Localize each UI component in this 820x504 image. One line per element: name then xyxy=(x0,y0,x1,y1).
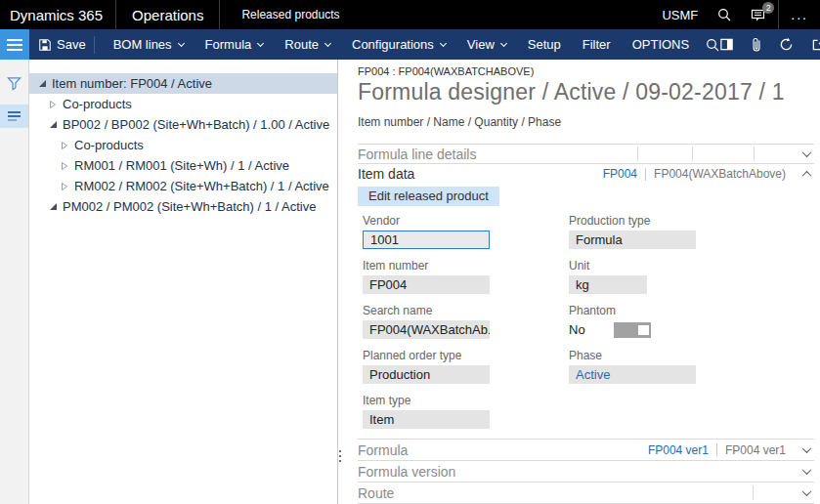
section-formula[interactable]: Formula FP004 ver1 FP004 ver1 xyxy=(358,439,814,460)
funnel-icon xyxy=(7,76,22,91)
collapsed-triangle-icon[interactable] xyxy=(58,141,71,150)
open-in-new-window-icon[interactable] xyxy=(811,37,820,52)
planned-order-type-input[interactable]: Production xyxy=(363,365,490,384)
summary-cell xyxy=(637,147,692,161)
item-data-form: Vendor 1001 Item number FP004 Search nam… xyxy=(358,214,814,439)
main-panel: FP004 : FP004(WAXBATCHABOVE) Formula des… xyxy=(338,60,820,504)
chevron-down-icon[interactable] xyxy=(798,485,814,501)
menu-view[interactable]: View xyxy=(456,29,517,60)
tree-item-label: BP002 / BP002 (Site+Wh+Batch) / 1.00 / A… xyxy=(63,117,329,132)
chevron-down-icon xyxy=(257,39,264,46)
expanded-triangle-icon[interactable] xyxy=(46,121,60,128)
tree-list-pane-button[interactable] xyxy=(0,105,28,128)
section-summary: FP004 FP004(WAXBatchAbove) xyxy=(603,167,786,181)
menu-setup[interactable]: Setup xyxy=(517,29,572,60)
section-title: Formula version xyxy=(358,464,786,480)
section-formula-line-details[interactable]: Formula line details xyxy=(358,144,814,163)
action-pane: Save BOM lines Formula Route Configurati… xyxy=(0,29,820,60)
section-summary: FP004 ver1 FP004 ver1 xyxy=(648,443,786,457)
panel-splitter-handle[interactable] xyxy=(339,450,341,462)
planned-order-type-field-group: Planned order type Production xyxy=(363,349,569,384)
action-search-icon[interactable] xyxy=(706,38,719,52)
chevron-down-icon xyxy=(324,39,331,46)
item-name-text: FP004(WAXBatchAbove) xyxy=(654,167,786,181)
list-lines-icon xyxy=(8,111,21,121)
item-type-field-group: Item type Item xyxy=(363,394,569,429)
expanded-triangle-icon[interactable] xyxy=(46,203,60,210)
phantom-value: No xyxy=(569,322,614,337)
search-name-label: Search name xyxy=(363,304,569,317)
vendor-input[interactable]: 1001 xyxy=(363,231,490,249)
menu-label: Configurations xyxy=(352,37,434,52)
section-route[interactable]: Route xyxy=(358,482,814,503)
unit-label: Unit xyxy=(569,259,696,273)
unit-input[interactable]: kg xyxy=(569,275,647,294)
top-navigation-bar: Dynamics 365 Operations Released product… xyxy=(0,0,820,29)
menu-options[interactable]: OPTIONS xyxy=(622,29,701,60)
phase-input[interactable]: Active xyxy=(569,365,696,384)
vendor-field-group: Vendor 1001 xyxy=(363,214,569,249)
tree-item-co-products[interactable]: Co-products xyxy=(29,94,337,114)
formula-name-text: FP004 ver1 xyxy=(725,443,786,457)
item-number-label: Item number xyxy=(363,259,569,273)
tree-item-rm001[interactable]: RM001 / RM001 (Site+Wh) / 1 / Active xyxy=(29,155,337,176)
search-name-input[interactable]: FP004(WAXBatchAb... xyxy=(363,320,490,339)
save-label: Save xyxy=(57,37,86,52)
production-type-input[interactable]: Formula xyxy=(569,231,696,249)
collapsed-triangle-icon[interactable] xyxy=(46,100,60,109)
production-type-label: Production type xyxy=(569,214,696,228)
tree-item-label: Co-products xyxy=(74,138,144,152)
filter-pane-button[interactable] xyxy=(0,71,28,95)
chevron-down-icon[interactable] xyxy=(798,147,814,162)
expanded-triangle-icon[interactable] xyxy=(35,80,49,87)
chevron-down-icon[interactable] xyxy=(798,464,814,480)
menu-formula[interactable]: Formula xyxy=(194,29,275,60)
dynamics-365-logo[interactable]: Dynamics 365 xyxy=(0,7,115,23)
company-selector[interactable]: USMF xyxy=(662,8,698,22)
item-type-input[interactable]: Item xyxy=(363,410,490,429)
more-options-icon[interactable]: ... xyxy=(779,7,820,22)
attach-icon[interactable] xyxy=(752,37,761,53)
tree-item-label: PM002 / PM002 (Site+Wh+Batch) / 1 / Acti… xyxy=(63,199,316,214)
collapsed-triangle-icon[interactable] xyxy=(58,161,71,171)
summary-cell xyxy=(753,485,786,500)
tree-item-pm002[interactable]: PM002 / PM002 (Site+Wh+Batch) / 1 / Acti… xyxy=(29,196,337,217)
hamburger-menu-icon[interactable] xyxy=(0,29,29,60)
phantom-toggle[interactable] xyxy=(614,322,651,338)
formula-tree-panel: Item number: FP004 / Active Co-products … xyxy=(29,60,338,504)
menu-configurations[interactable]: Configurations xyxy=(341,29,456,60)
vendor-label: Vendor xyxy=(363,214,569,228)
chevron-down-icon xyxy=(500,39,507,46)
formula-id-link[interactable]: FP004 ver1 xyxy=(648,443,709,457)
office-icon[interactable] xyxy=(719,37,734,52)
tree-item-rm002[interactable]: RM002 / RM002 (Site+Wh+Batch) / 1 / Acti… xyxy=(29,176,337,196)
tree-item-fp004[interactable]: Item number: FP004 / Active xyxy=(29,73,337,94)
app-name[interactable]: Operations xyxy=(116,7,219,23)
phase-label: Phase xyxy=(569,349,696,362)
message-center-icon[interactable]: 2 xyxy=(751,8,766,22)
record-caption: FP004 : FP004(WAXBATCHABOVE) xyxy=(358,65,814,77)
item-number-link[interactable]: FP004 xyxy=(603,167,637,181)
section-formula-version[interactable]: Formula version xyxy=(358,460,814,482)
chevron-up-icon[interactable] xyxy=(798,166,814,182)
collapsed-triangle-icon[interactable] xyxy=(58,182,71,191)
save-button[interactable]: Save xyxy=(38,37,86,52)
tree-item-label: Co-products xyxy=(63,97,132,111)
section-item-data[interactable]: Item data FP004 FP004(WAXBatchAbove) xyxy=(358,163,814,184)
item-type-label: Item type xyxy=(363,394,569,407)
summary-cell xyxy=(754,147,786,161)
chevron-down-icon[interactable] xyxy=(798,442,814,458)
menu-bom-lines[interactable]: BOM lines xyxy=(103,29,194,60)
search-icon[interactable] xyxy=(717,8,731,21)
tree-item-label: RM002 / RM002 (Site+Wh+Batch) / 1 / Acti… xyxy=(74,179,329,193)
menu-route[interactable]: Route xyxy=(274,29,341,60)
refresh-icon[interactable] xyxy=(779,37,794,52)
item-number-input[interactable]: FP004 xyxy=(363,275,490,294)
action-pane-right-icons xyxy=(719,37,820,53)
edit-released-product-button[interactable]: Edit released product xyxy=(358,187,499,206)
tree-item-bp002[interactable]: BP002 / BP002 (Site+Wh+Batch) / 1.00 / A… xyxy=(29,114,337,135)
notification-badge: 2 xyxy=(762,2,774,14)
menu-filter[interactable]: Filter xyxy=(572,29,622,60)
phantom-field-group: Phantom No xyxy=(569,304,696,339)
tree-item-co-products-2[interactable]: Co-products xyxy=(29,135,337,155)
